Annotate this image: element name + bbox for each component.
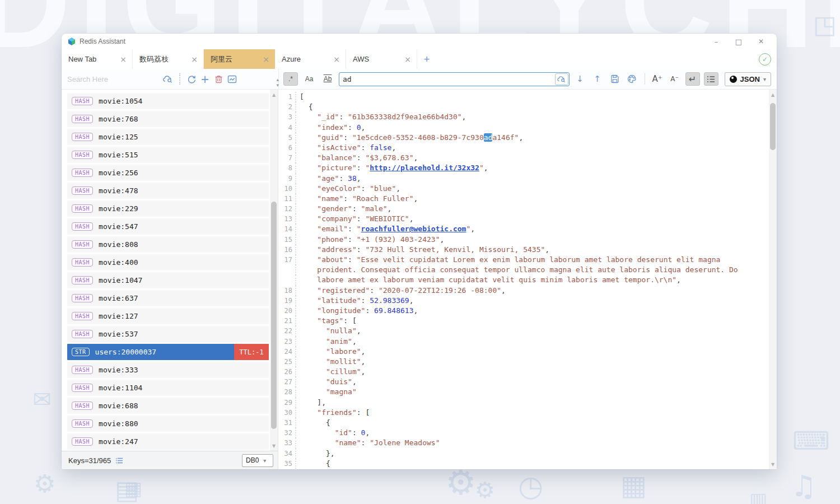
editor-line[interactable]: 6 "isActive": false, (278, 143, 769, 153)
editor-line[interactable]: 3 "_id": "61b363338d2f9ea1e66b4d30", (278, 112, 769, 122)
editor-line[interactable]: 32 "id": 0, (278, 428, 769, 438)
db-select[interactable]: DB0 ▾ (242, 454, 273, 467)
link-text[interactable]: roachfuller@webiotic.com (361, 225, 466, 233)
editor-line[interactable]: 7 "balance": "$3,678.63", (278, 153, 769, 163)
find-input[interactable] (339, 75, 555, 83)
editor-line[interactable]: 21 "tags": [ (278, 316, 769, 326)
word-wrap-toggle[interactable]: ↵ (685, 72, 700, 86)
close-button[interactable]: ✕ (750, 35, 772, 48)
value-editor[interactable]: 1[2 {3 "_id": "61b363338d2f9ea1e66b4d30"… (278, 90, 777, 469)
tab-阿里云[interactable]: 阿里云× (204, 49, 275, 69)
key-row[interactable]: HASHmovie:537 (67, 326, 269, 342)
tab-close-icon[interactable]: × (262, 55, 270, 64)
editor-line[interactable]: 15 "phone": "+1 (932) 403-2423", (278, 235, 769, 245)
tab-数码荔枝[interactable]: 数码荔枝× (133, 49, 204, 69)
key-row[interactable]: HASHmovie:688 (67, 398, 269, 414)
find-prev-icon[interactable]: ↑ (591, 72, 604, 86)
editor-line[interactable]: 28 "magna" (278, 387, 769, 397)
key-row[interactable]: HASHmovie:880 (67, 416, 269, 432)
key-row[interactable]: HASHmovie:125 (67, 129, 269, 145)
editor-line[interactable]: 5 "guid": "1e5cdce0-5352-4608-b829-7c930… (278, 133, 769, 143)
scroll-down-icon[interactable]: ▼ (769, 460, 777, 468)
editor-line[interactable]: 4 "index": 0, (278, 123, 769, 133)
splitter-handle-icon[interactable]: ▴▾ (276, 77, 278, 88)
editor-line[interactable]: 35 { (278, 459, 769, 469)
editor-line[interactable]: 1[ (278, 92, 769, 102)
key-row[interactable]: HASHmovie:256 (67, 165, 269, 181)
save-icon[interactable] (608, 72, 622, 86)
tab-Azure[interactable]: Azure× (275, 49, 346, 69)
key-row[interactable]: HASHmovie:547 (67, 218, 269, 235)
editor-line[interactable]: 27 "duis", (278, 377, 769, 387)
font-decrease-button[interactable]: A⁻ (668, 72, 682, 86)
find-next-icon[interactable]: ↓ (573, 72, 587, 86)
editor-line[interactable]: 33 "name": "Jolene Meadows" (278, 438, 769, 448)
minimize-button[interactable]: – (705, 35, 727, 48)
key-row[interactable]: HASHmovie:333 (67, 362, 269, 378)
scrollbar-thumb[interactable] (770, 103, 776, 151)
editor-line[interactable]: 26 "cillum", (278, 367, 769, 377)
editor-line[interactable]: proident. Consequat officia consequat te… (278, 265, 769, 275)
key-row[interactable]: HASHmovie:808 (67, 236, 269, 253)
find-cloud-search-icon[interactable] (555, 73, 568, 85)
tab-close-icon[interactable]: × (119, 55, 128, 64)
key-row[interactable]: HASHmovie:127 (67, 308, 269, 324)
editor-line[interactable]: labore amet ex laborum veniam cupidatat … (278, 275, 769, 285)
editor-line[interactable]: 12 "gender": "male", (278, 204, 769, 214)
scroll-up-icon[interactable]: ▲ (769, 91, 777, 99)
editor-line[interactable]: 13 "company": "WEBIOTIC", (278, 214, 769, 224)
link-text[interactable]: http://placehold.it/32x32 (370, 164, 479, 172)
editor-line[interactable]: 2 { (278, 102, 769, 112)
editor-line[interactable]: 30 "friends": [ (278, 408, 769, 418)
cloud-search-icon[interactable] (161, 72, 175, 86)
maximize-button[interactable]: □ (727, 35, 750, 48)
editor-line[interactable]: 34 }, (278, 449, 769, 459)
key-row[interactable]: HASHmovie:1054 (67, 93, 269, 109)
refresh-icon[interactable] (185, 72, 198, 86)
tab-close-icon[interactable]: × (403, 55, 412, 64)
tab-close-icon[interactable]: × (190, 55, 199, 64)
key-list-scrollbar[interactable]: ▲ ▼ (270, 90, 278, 451)
editor-line[interactable]: 24 "labore", (278, 347, 769, 357)
tab-AWS[interactable]: AWS× (346, 49, 417, 69)
key-row[interactable]: HASHmovie:400 (67, 254, 269, 270)
editor-line[interactable]: 20 "longitude": 69.848613, (278, 306, 769, 316)
key-row[interactable]: HASHmovie:229 (67, 200, 269, 217)
editor-line[interactable]: 18 "registered": "2020-07-22T12:19:26 -0… (278, 286, 769, 296)
editor-line[interactable]: 8 "picture": "http://placehold.it/32x32"… (278, 163, 769, 173)
scroll-up-icon[interactable]: ▲ (270, 91, 278, 99)
key-row[interactable]: HASHmovie:515 (67, 147, 269, 163)
key-search-input[interactable] (67, 75, 161, 83)
scrollbar-thumb[interactable] (271, 202, 277, 429)
key-row[interactable]: HASHmovie:478 (67, 183, 269, 199)
key-row[interactable]: STRusers:20000037TTL:-1 (67, 344, 269, 360)
key-list-menu-icon[interactable] (115, 458, 123, 464)
format-select[interactable]: JSON ▾ (725, 72, 771, 86)
editor-line[interactable]: 19 "latitude": 52.983369, (278, 296, 769, 306)
add-key-icon[interactable]: + (198, 72, 212, 86)
editor-line[interactable]: 9 "age": 38, (278, 174, 769, 184)
editor-line[interactable]: 14 "email": "roachfuller@webiotic.com", (278, 224, 769, 234)
editor-line[interactable]: 31 { (278, 418, 769, 428)
whole-word-toggle[interactable]: Ab (320, 72, 335, 86)
new-tab-button[interactable]: + (417, 49, 436, 69)
line-numbers-toggle[interactable] (704, 72, 718, 86)
delete-key-icon[interactable] (212, 72, 225, 86)
key-row[interactable]: HASHmovie:1047 (67, 272, 269, 288)
editor-line[interactable]: 11 "name": "Roach Fuller", (278, 194, 769, 204)
tab-close-icon[interactable]: × (332, 55, 341, 64)
match-case-toggle[interactable]: Aa (302, 72, 316, 86)
regex-toggle[interactable]: .* (283, 72, 298, 86)
editor-line[interactable]: 17 "about": "Esse velit cupidatat Lorem … (278, 255, 769, 265)
key-row[interactable]: HASHmovie:768 (67, 111, 269, 127)
editor-line[interactable]: 23 "anim", (278, 337, 769, 347)
export-image-icon[interactable] (225, 72, 239, 86)
editor-line[interactable]: 22 "nulla", (278, 326, 769, 336)
editor-line[interactable]: 16 "address": "732 Hull Street, Kenvil, … (278, 245, 769, 255)
font-increase-button[interactable]: A⁺ (651, 72, 664, 86)
editor-line[interactable]: 29 ], (278, 398, 769, 408)
editor-line[interactable]: 25 "mollit", (278, 357, 769, 367)
scroll-down-icon[interactable]: ▼ (270, 442, 278, 450)
key-row[interactable]: HASHmovie:1104 (67, 380, 269, 396)
tab-New Tab[interactable]: New Tab× (62, 49, 133, 69)
